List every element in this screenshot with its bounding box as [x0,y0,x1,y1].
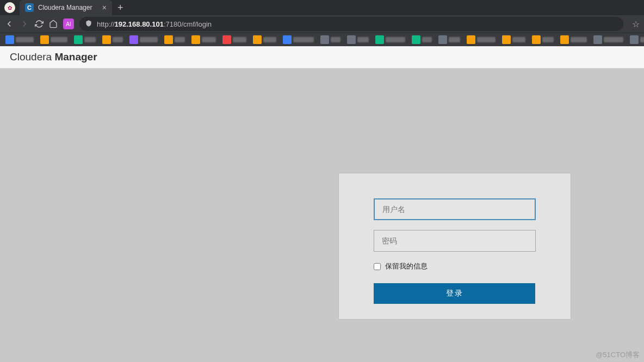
password-input[interactable] [374,230,536,252]
address-bar[interactable]: http://192.168.80.101:7180/cmf/login [79,17,623,31]
bookmark-item[interactable] [100,35,125,44]
bookmark-item[interactable] [3,35,36,44]
back-button[interactable] [4,19,14,29]
bookmark-star-icon[interactable]: ☆ [632,19,640,29]
bookmark-item[interactable] [162,35,187,44]
bookmark-item[interactable] [281,35,316,44]
remember-checkbox[interactable] [374,263,381,270]
remember-row[interactable]: 保留我的信息 [374,261,536,271]
bookmark-item[interactable] [373,35,407,44]
page-header: Cloudera Manager [0,46,644,68]
username-input[interactable] [374,198,536,220]
bookmark-item[interactable] [465,35,498,44]
remember-label: 保留我的信息 [385,261,428,271]
bookmark-item[interactable] [251,35,278,44]
bookmark-item[interactable] [38,35,70,44]
browser-tab[interactable]: C Cloudera Manager × [20,0,112,15]
bookmark-item[interactable] [127,35,160,44]
new-tab-button[interactable]: + [117,2,123,14]
tab-title: Cloudera Manager [38,4,98,11]
tab-favicon: C [25,3,34,12]
close-icon[interactable]: × [102,3,107,12]
bookmark-item[interactable] [591,35,626,44]
forward-button [20,19,29,29]
reload-button[interactable] [35,20,44,28]
login-card: 保留我的信息 登录 [338,173,571,320]
watermark-text: @51CTO博客 [596,350,640,360]
bookmark-item[interactable] [345,35,371,44]
bookmark-bar [0,33,644,46]
bookmark-item[interactable] [189,35,218,44]
login-button[interactable]: 登录 [374,283,535,304]
bookmark-item[interactable] [500,35,528,44]
bookmark-item[interactable] [72,35,98,44]
url-text: http://192.168.80.101:7180/cmf/login [97,20,212,28]
brand-title: Cloudera Manager [10,51,97,63]
bookmark-item[interactable] [220,35,249,44]
bookmark-item[interactable] [558,35,589,44]
shield-icon [85,20,92,29]
bookmark-item[interactable] [628,35,644,44]
bookmark-item[interactable] [410,35,434,44]
profile-avatar[interactable]: ✿ [4,2,15,13]
extension-icon[interactable]: AI [63,18,74,29]
bookmark-item[interactable] [318,35,343,44]
home-button[interactable] [49,20,58,28]
bookmark-item[interactable] [530,35,556,44]
bookmark-item[interactable] [436,35,462,44]
